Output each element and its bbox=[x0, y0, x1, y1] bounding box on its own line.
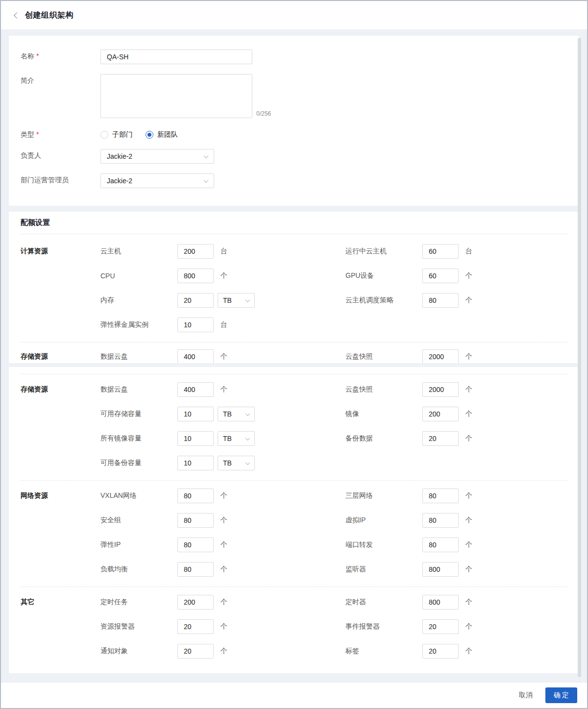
quota-field-label: 数据云盘 bbox=[100, 385, 177, 394]
quota-value-input[interactable] bbox=[177, 644, 214, 659]
quota-field: 数据云盘个 bbox=[100, 382, 345, 397]
quota-value-input[interactable] bbox=[177, 407, 214, 421]
quota-field-label: VXLAN网络 bbox=[100, 491, 177, 500]
quota-value-input[interactable] bbox=[177, 562, 214, 577]
unit-select[interactable]: TB bbox=[218, 431, 255, 446]
unit-select-value: TB bbox=[223, 410, 232, 418]
unit-label: 个 bbox=[466, 622, 472, 631]
quota-value-input[interactable] bbox=[177, 269, 214, 283]
quota-field: 云盘快照个 bbox=[345, 349, 472, 363]
quota-field-label: 负载均衡 bbox=[100, 565, 177, 574]
unit-select-value: TB bbox=[223, 296, 232, 304]
unit-label: 台 bbox=[466, 247, 472, 256]
footer-bar: 取消 确定 bbox=[1, 682, 587, 708]
quota-field-label: 云盘快照 bbox=[345, 385, 422, 394]
unit-label: 个 bbox=[220, 516, 227, 525]
unit-label: 个 bbox=[466, 434, 472, 443]
quota-value-input[interactable] bbox=[422, 349, 459, 363]
chevron-down-icon bbox=[245, 436, 250, 440]
radio-label: 子部门 bbox=[112, 130, 133, 139]
quota-value-input[interactable] bbox=[177, 244, 214, 259]
quota-value-input[interactable] bbox=[422, 244, 459, 259]
quota-field-label: 端口转发 bbox=[345, 540, 422, 549]
quota-group: 网络资源VXLAN网络个三层网络个安全组个虚拟IP个弹性IP个端口转发个负载均衡… bbox=[21, 480, 567, 577]
intro-textarea[interactable] bbox=[100, 74, 252, 118]
owner-select[interactable]: Jackie-2 bbox=[100, 149, 214, 164]
quota-value-input[interactable] bbox=[422, 513, 459, 528]
quota-field: 端口转发个 bbox=[345, 538, 472, 552]
quota-value-input[interactable] bbox=[422, 293, 459, 308]
quota-value-input[interactable] bbox=[422, 644, 459, 659]
quota-value-input[interactable] bbox=[422, 407, 459, 421]
quota-row: 弹性裸金属实例台 bbox=[21, 318, 567, 332]
radio-label: 新团队 bbox=[157, 130, 178, 139]
quota-value-input[interactable] bbox=[177, 318, 214, 332]
page-header: 创建组织架构 bbox=[1, 1, 587, 30]
back-icon[interactable] bbox=[14, 12, 20, 19]
quota-value-input[interactable] bbox=[422, 489, 459, 503]
radio-sub-department[interactable]: 子部门 bbox=[100, 130, 133, 139]
quota-field: 所有镜像容量TB bbox=[100, 431, 345, 446]
quota-value-input[interactable] bbox=[177, 349, 214, 363]
required-asterisk: * bbox=[36, 52, 39, 60]
unit-label: 个 bbox=[466, 491, 472, 500]
quota-value-input[interactable] bbox=[177, 489, 214, 503]
owner-select-value: Jackie-2 bbox=[107, 152, 132, 160]
radio-icon bbox=[146, 131, 153, 139]
name-label: 名称* bbox=[21, 49, 100, 64]
quota-value-input[interactable] bbox=[177, 595, 214, 610]
unit-label: 个 bbox=[220, 647, 227, 656]
quota-row: 网络资源VXLAN网络个三层网络个 bbox=[21, 489, 567, 503]
quota-value-input[interactable] bbox=[422, 269, 459, 283]
quota-value-input[interactable] bbox=[177, 293, 214, 308]
vertical-scrollbar[interactable] bbox=[578, 38, 581, 677]
cancel-button[interactable]: 取消 bbox=[513, 688, 539, 703]
quota-field-label: 标签 bbox=[345, 647, 422, 656]
unit-select[interactable]: TB bbox=[218, 456, 255, 470]
quota-field: 弹性IP个 bbox=[100, 538, 345, 552]
quota-section: 配额设置计算资源云主机台运行中云主机台CPU个GPU设备个内存TB云主机调度策略… bbox=[9, 212, 579, 673]
confirm-button[interactable]: 确定 bbox=[545, 687, 577, 703]
radio-new-team[interactable]: 新团队 bbox=[146, 130, 178, 139]
quota-value-input[interactable] bbox=[177, 538, 214, 552]
quota-value-input[interactable] bbox=[177, 513, 214, 528]
quota-row: 安全组个虚拟IP个 bbox=[21, 513, 567, 528]
intro-field-wrap: 0/256 bbox=[100, 74, 271, 118]
quota-field: 数据云盘个 bbox=[100, 349, 345, 363]
quota-field-label: 所有镜像容量 bbox=[100, 434, 177, 443]
quota-row: 资源报警器个事件报警器个 bbox=[21, 619, 567, 634]
quota-value-input[interactable] bbox=[422, 431, 459, 446]
required-asterisk: * bbox=[36, 130, 39, 138]
quota-value-input[interactable] bbox=[177, 456, 214, 470]
name-input[interactable] bbox=[100, 49, 252, 64]
unit-label: 个 bbox=[466, 271, 472, 280]
quota-row: 计算资源云主机台运行中云主机台 bbox=[21, 244, 567, 259]
basic-info-card: 名称* 简介 0/256 类型* 子部门 bbox=[9, 36, 579, 206]
unit-select[interactable]: TB bbox=[218, 407, 255, 421]
unit-label: 个 bbox=[466, 598, 472, 607]
type-radio-group: 子部门 新团队 bbox=[100, 128, 178, 139]
unit-label: 个 bbox=[466, 296, 472, 305]
quota-field: 云主机调度策略个 bbox=[345, 293, 472, 308]
quota-value-input[interactable] bbox=[422, 538, 459, 552]
quota-value-input[interactable] bbox=[177, 619, 214, 634]
create-organization-page: 创建组织架构 名称* 简介 0/256 类型* bbox=[0, 0, 588, 709]
unit-select-value: TB bbox=[223, 459, 232, 467]
quota-field: CPU个 bbox=[100, 269, 345, 283]
type-row: 类型* 子部门 新团队 bbox=[21, 128, 567, 139]
quota-row: 弹性IP个端口转发个 bbox=[21, 538, 567, 552]
admin-select[interactable]: Jackie-2 bbox=[100, 173, 214, 188]
unit-label: 个 bbox=[220, 540, 227, 549]
quota-value-input[interactable] bbox=[422, 595, 459, 610]
unit-label: 个 bbox=[466, 565, 472, 574]
quota-value-input[interactable] bbox=[422, 619, 459, 634]
quota-value-input[interactable] bbox=[422, 382, 459, 397]
quota-value-input[interactable] bbox=[177, 431, 214, 446]
unit-label: 个 bbox=[466, 540, 472, 549]
quota-field: 运行中云主机台 bbox=[345, 244, 472, 259]
unit-label: 个 bbox=[466, 385, 472, 394]
quota-value-input[interactable] bbox=[422, 562, 459, 577]
quota-field: 云盘快照个 bbox=[345, 382, 472, 397]
unit-select[interactable]: TB bbox=[218, 293, 255, 308]
quota-value-input[interactable] bbox=[177, 382, 214, 397]
